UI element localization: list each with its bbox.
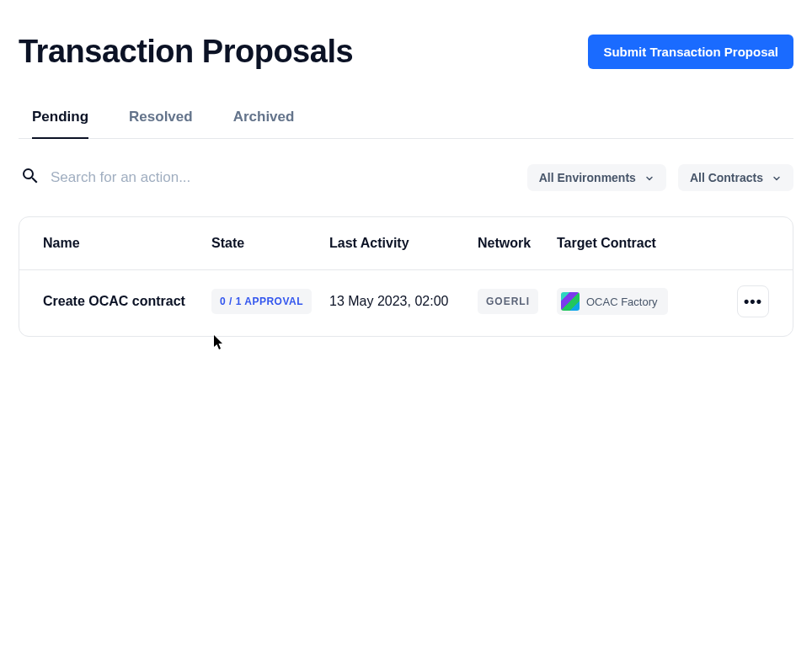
cursor-icon — [214, 335, 226, 354]
last-activity: 13 May 2023, 02:00 — [329, 294, 478, 309]
target-contract-badge: OCAC Factory — [557, 288, 668, 315]
column-name: Name — [43, 236, 211, 251]
column-target: Target Contract — [557, 236, 705, 251]
column-state: State — [211, 236, 329, 251]
proposals-table: Name State Last Activity Network Target … — [19, 216, 793, 337]
chevron-down-icon — [772, 173, 782, 183]
contracts-filter-label: All Contracts — [690, 171, 763, 184]
tabs: Pending Resolved Archived — [19, 100, 793, 139]
submit-proposal-button[interactable]: Submit Transaction Proposal — [588, 35, 793, 69]
contract-avatar-icon — [561, 292, 580, 311]
search-icon — [20, 166, 40, 189]
chevron-down-icon — [644, 173, 654, 183]
approval-state-badge: 0 / 1 APPROVAL — [211, 289, 312, 314]
proposal-name: Create OCAC contract — [43, 294, 211, 309]
more-icon: ••• — [744, 293, 762, 311]
search-input[interactable] — [51, 169, 303, 186]
column-last-activity: Last Activity — [329, 236, 478, 251]
tab-archived[interactable]: Archived — [233, 100, 295, 139]
target-contract-name: OCAC Factory — [586, 296, 658, 308]
table-header: Name State Last Activity Network Target … — [19, 217, 793, 270]
row-menu-button[interactable]: ••• — [737, 285, 769, 317]
table-row[interactable]: Create OCAC contract 0 / 1 APPROVAL 13 M… — [19, 270, 793, 336]
environments-filter-label: All Environments — [539, 171, 636, 184]
tab-resolved[interactable]: Resolved — [129, 100, 193, 139]
contracts-filter[interactable]: All Contracts — [678, 164, 793, 191]
column-network: Network — [478, 236, 557, 251]
page-title: Transaction Proposals — [19, 34, 353, 70]
environments-filter[interactable]: All Environments — [527, 164, 666, 191]
network-badge: GOERLI — [478, 289, 538, 314]
tab-pending[interactable]: Pending — [32, 100, 88, 139]
